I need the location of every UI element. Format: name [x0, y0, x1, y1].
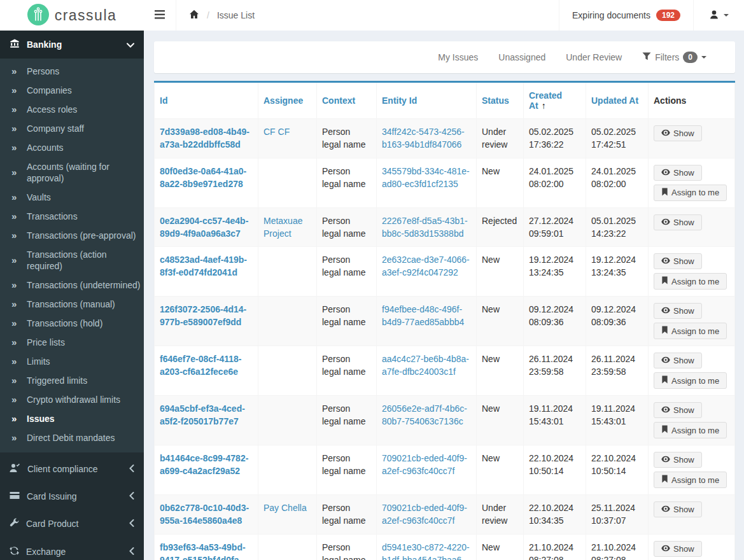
sidebar-item-label: Transactions (undetermined): [27, 279, 140, 291]
issue-entity-id-link[interactable]: f94efbee-d48c-496f-b4d9-77aed85abbb4: [382, 304, 464, 327]
issue-entity-id-link[interactable]: 2e632cae-d3e7-4066-a3ef-c92f4c047292: [382, 255, 470, 277]
issue-id-link[interactable]: 694a5cbf-ef3a-4ced-a5f2-f205017b77e7: [160, 403, 245, 426]
sidebar-item-accounts-waiting-for-approval[interactable]: » Accounts (waiting for approval): [0, 157, 144, 188]
sidebar-item-accounts[interactable]: » Accounts: [0, 138, 144, 157]
issue-id-link[interactable]: 0e2a2904-cc57-4e4b-89d9-4f9a0a96a3c7: [160, 216, 248, 239]
issue-created-at-cell: 26.11.2024 23:59:58: [524, 346, 586, 396]
sidebar-item-transactions[interactable]: » Transactions: [0, 207, 144, 226]
show-button[interactable]: Show: [654, 353, 702, 368]
tab-unassigned[interactable]: Unassigned: [498, 52, 545, 62]
assign-to-me-button[interactable]: Assign to me: [654, 323, 727, 339]
issue-assignee-cell: [258, 396, 317, 445]
issue-assignee-link[interactable]: CF CF: [263, 127, 290, 137]
issue-id-link[interactable]: 80f0ed3e-0a64-41a0-8a22-8b9e971ed278: [160, 166, 246, 189]
sidebar-toggle-button[interactable]: [144, 0, 176, 31]
issue-entity-id-link[interactable]: 34ff242c-5473-4256-b163-94b1df847066: [382, 127, 465, 150]
assign-to-me-button[interactable]: Assign to me: [654, 372, 727, 389]
show-button[interactable]: Show: [654, 452, 702, 468]
issue-entity-id-link[interactable]: 345579bd-334c-481e-ad80-ec3fd1cf2135: [382, 166, 470, 189]
issue-entity-id-link[interactable]: 709021cb-eded-40f9-a2ef-c963fc40cc7f: [382, 453, 467, 476]
sidebar-item-vaults[interactable]: » Vaults: [0, 188, 144, 207]
issue-id-link[interactable]: 126f3072-2506-4d14-977b-e589007ef9dd: [160, 304, 246, 327]
sidebar-item-crypto-withdrawal-limits[interactable]: » Crypto withdrawal limits: [0, 390, 144, 409]
column-header-context[interactable]: Context: [317, 83, 377, 119]
sidebar-item-access-roles[interactable]: » Access roles: [0, 100, 144, 119]
user-check-icon: [10, 463, 20, 475]
show-button[interactable]: Show: [654, 125, 702, 141]
issue-updated-at-cell: 05.01.2025 14:23:22: [586, 207, 649, 247]
assign-to-me-button[interactable]: Assign to me: [654, 273, 727, 290]
sidebar-item-label: Accounts (waiting for approval): [27, 161, 141, 184]
tab-my-issues[interactable]: My Issues: [438, 52, 478, 62]
sidebar-item-company-staff[interactable]: » Company staff: [0, 119, 144, 138]
issue-assignee-cell: [258, 247, 317, 297]
sidebar-item-triggered-limits[interactable]: » Triggered limits: [0, 371, 144, 390]
issue-status-cell: New: [477, 247, 524, 297]
show-button[interactable]: Show: [654, 165, 702, 181]
show-button[interactable]: Show: [654, 402, 702, 418]
sidebar-section-client-compliance[interactable]: Client compliance: [0, 455, 144, 483]
issue-status-cell: New: [477, 346, 524, 396]
show-button[interactable]: Show: [654, 501, 702, 517]
column-header-id[interactable]: Id: [155, 83, 258, 119]
issue-entity-id-cell: 345579bd-334c-481e-ad80-ec3fd1cf2135: [377, 158, 477, 207]
issue-id-cell: 694a5cbf-ef3a-4ced-a5f2-f205017b77e7: [155, 396, 258, 445]
assign-to-me-button[interactable]: Assign to me: [654, 422, 727, 438]
issue-assignee-cell: [258, 445, 317, 495]
sidebar-section-exchange[interactable]: Exchange: [0, 538, 144, 560]
issue-entity-id-link[interactable]: 709021cb-eded-40f9-a2ef-c963fc40cc7f: [382, 503, 467, 526]
issue-entity-id-cell: 34ff242c-5473-4256-b163-94b1df847066: [377, 119, 477, 158]
sidebar-item-companies[interactable]: » Companies: [0, 81, 144, 100]
expiring-documents-link[interactable]: Expiring documents 192: [559, 0, 693, 31]
show-button[interactable]: Show: [654, 541, 702, 557]
issue-entity-id-link[interactable]: 26056e2e-ad7f-4b6c-80b7-754063c7136c: [382, 403, 467, 426]
issue-entity-id-cell: 709021cb-eded-40f9-a2ef-c963fc40cc7f: [377, 445, 477, 495]
show-button[interactable]: Show: [654, 253, 702, 269]
user-menu[interactable]: [693, 0, 744, 31]
filters-dropdown-toggle[interactable]: Filters 0: [642, 52, 706, 63]
sidebar-item-transactions-undetermined[interactable]: » Transactions (undetermined): [0, 276, 144, 295]
sidebar-item-direct-debit-mandates[interactable]: » Direct Debit mandates: [0, 428, 144, 447]
issue-actions-cell: Show Assign to me: [649, 445, 735, 495]
assign-to-me-button[interactable]: Assign to me: [654, 185, 727, 201]
brand-logo[interactable]: crassula: [0, 0, 144, 31]
sidebar-item-persons[interactable]: » Persons: [0, 62, 144, 81]
eye-icon: [661, 505, 670, 514]
sidebar-item-transactions-hold[interactable]: » Transactions (hold): [0, 314, 144, 333]
issue-context-cell: Person legal name: [317, 158, 377, 207]
assign-to-me-button[interactable]: Assign to me: [654, 472, 727, 488]
column-header-updated-at[interactable]: Updated At: [586, 83, 649, 119]
sidebar-item-limits[interactable]: » Limits: [0, 352, 144, 371]
sidebar-section-card-product[interactable]: Card Product: [0, 510, 144, 538]
column-header-created-at[interactable]: Created At↑: [524, 83, 586, 119]
column-header-status[interactable]: Status: [477, 83, 524, 119]
sidebar-item-issues[interactable]: » Issues: [0, 409, 144, 428]
column-header-entity-id[interactable]: Entity Id: [377, 83, 477, 119]
sidebar-item-price-lists[interactable]: » Price lists: [0, 333, 144, 352]
issue-entity-id-link[interactable]: aa4c4c27-be6b-4b8a-a7fe-dfbc24003c1f: [382, 354, 469, 377]
issue-entity-id-link[interactable]: d5941e30-c872-4220-b1df-bba454a7baa6: [382, 542, 470, 560]
issue-id-link[interactable]: f646ef7e-08cf-4118-a203-cf6a12fece6e: [160, 354, 241, 377]
sidebar-item-transactions-pre-approval[interactable]: » Transactions (pre-approval): [0, 226, 144, 245]
show-button[interactable]: Show: [654, 303, 702, 319]
show-button[interactable]: Show: [654, 214, 702, 230]
column-header-assignee[interactable]: Assignee: [258, 83, 317, 119]
issue-row: c48523ad-4aef-419b-8f3f-e0d74fd2041d Per…: [155, 247, 735, 297]
sidebar-item-label: Vaults: [27, 192, 51, 203]
issue-id-link[interactable]: 7d339a98-ed08-4b49-a73a-b22ddbffc58d: [160, 127, 249, 150]
issue-id-link[interactable]: b41464ce-8c99-4782-a699-c4a2acf29a52: [160, 453, 248, 476]
sidebar-section-card-issuing[interactable]: Card Issuing: [0, 483, 144, 510]
issue-id-link[interactable]: c48523ad-4aef-419b-8f3f-e0d74fd2041d: [160, 255, 247, 277]
issue-assignee-link[interactable]: Pay Chella: [263, 503, 307, 513]
issue-entity-id-link[interactable]: 22267e8f-d5a5-43b1-bb8c-5d83d15388bd: [382, 216, 468, 239]
eye-icon: [661, 455, 670, 465]
issue-id-link[interactable]: fb93ef63-4a53-49bd-9417-e5152bf4d0fa: [160, 542, 246, 560]
home-icon[interactable]: [189, 10, 199, 21]
sidebar-item-transactions-action-required[interactable]: » Transactions (action required): [0, 245, 144, 276]
issue-assignee-link[interactable]: Metaxuae Project: [263, 216, 302, 239]
issue-id-cell: fb93ef63-4a53-49bd-9417-e5152bf4d0fa: [155, 534, 258, 560]
sidebar-item-transactions-manual[interactable]: » Transactions (manual): [0, 295, 144, 314]
sidebar-section-banking[interactable]: Banking: [0, 31, 144, 59]
tab-under-review[interactable]: Under Review: [566, 52, 622, 62]
issue-id-link[interactable]: 0b62c778-0c10-40d3-955a-164e5860a4e8: [160, 503, 249, 526]
